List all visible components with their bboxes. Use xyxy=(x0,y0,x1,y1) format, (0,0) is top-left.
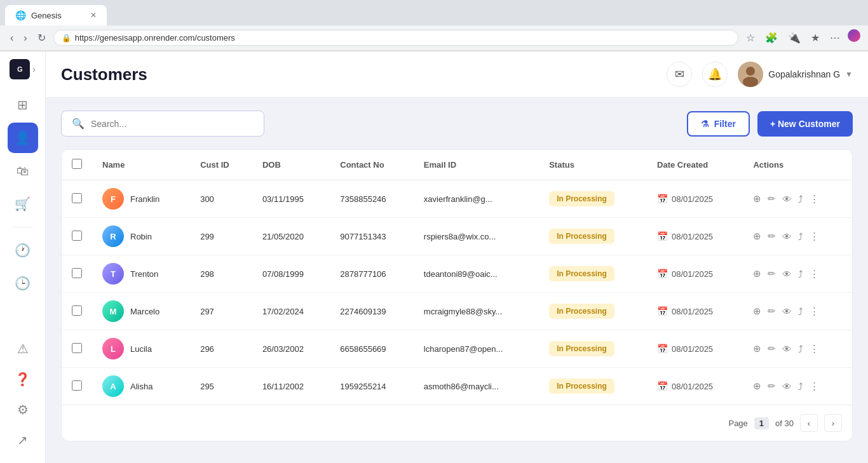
date-value: 08/01/2025 xyxy=(672,194,713,204)
forward-button[interactable]: › xyxy=(21,30,29,46)
search-icon: 🔍 xyxy=(72,117,85,130)
action-icons: ⊕ ✏ 👁 ⤴ ⋮ xyxy=(753,268,842,279)
more-action-icon[interactable]: ⋮ xyxy=(810,268,819,279)
star-icon[interactable]: ☆ xyxy=(743,29,757,46)
row-cust-id: 296 xyxy=(190,330,252,368)
more-action-icon[interactable]: ⋮ xyxy=(810,380,819,392)
share-action-icon[interactable]: ⤴ xyxy=(798,269,803,279)
sidebar-item-orders[interactable]: 🛍 xyxy=(8,156,38,186)
sidebar-item-alerts[interactable]: ⚠ xyxy=(8,333,38,364)
current-page: 1 xyxy=(754,417,769,429)
puzzle-icon[interactable]: 🔌 xyxy=(785,29,803,46)
next-page-button[interactable]: › xyxy=(824,414,842,432)
menu-icon[interactable]: ⋯ xyxy=(827,29,843,46)
view-action-icon[interactable]: 👁 xyxy=(782,231,792,242)
add-action-icon[interactable]: ⊕ xyxy=(753,380,761,392)
view-action-icon[interactable]: 👁 xyxy=(782,306,792,317)
url-box[interactable]: 🔒 https://genesisapp.onrender.com/custom… xyxy=(53,30,738,46)
row-contact: 2274609139 xyxy=(330,293,414,330)
share-action-icon[interactable]: ⤴ xyxy=(798,306,803,317)
reload-button[interactable]: ↻ xyxy=(35,29,48,46)
notifications-button[interactable]: 🔔 xyxy=(702,62,728,87)
add-action-icon[interactable]: ⊕ xyxy=(753,343,761,354)
edit-action-icon[interactable]: ✏ xyxy=(768,231,776,242)
add-action-icon[interactable]: ⊕ xyxy=(753,268,761,279)
chrome-user-avatar[interactable] xyxy=(848,29,860,42)
more-action-icon[interactable]: ⋮ xyxy=(810,193,819,205)
row-status: In Processing xyxy=(539,293,647,330)
add-action-icon[interactable]: ⊕ xyxy=(753,305,761,317)
row-checkbox-cell xyxy=(62,180,92,218)
row-date: 📅 08/01/2025 xyxy=(647,293,743,330)
share-action-icon[interactable]: ⤴ xyxy=(798,344,803,354)
edit-action-icon[interactable]: ✏ xyxy=(768,268,776,279)
back-button[interactable]: ‹ xyxy=(8,30,16,46)
cart-icon: 🛒 xyxy=(15,196,31,211)
tab-close-button[interactable]: ✕ xyxy=(90,11,97,20)
row-checkbox-3[interactable] xyxy=(72,305,82,316)
row-checkbox-cell xyxy=(62,293,92,330)
date-cell: 📅 08/01/2025 xyxy=(657,231,733,241)
row-actions: ⊕ ✏ 👁 ⤴ ⋮ xyxy=(743,255,852,293)
sidebar-item-dashboard[interactable]: ⊞ xyxy=(8,90,38,120)
date-cell: 📅 08/01/2025 xyxy=(657,344,733,354)
prev-page-button[interactable]: ‹ xyxy=(800,414,818,432)
mail-button[interactable]: ✉ xyxy=(667,62,692,87)
customer-cell: F Franklin xyxy=(102,188,180,210)
row-status: In Processing xyxy=(539,255,647,293)
active-tab[interactable]: 🌐 Genesis ✕ xyxy=(5,5,107,25)
filter-button[interactable]: ⚗ Filter xyxy=(687,111,750,137)
add-action-icon[interactable]: ⊕ xyxy=(753,231,761,242)
customer-cell: A Alisha xyxy=(102,375,180,397)
row-checkbox-0[interactable] xyxy=(72,193,82,203)
filter-label: Filter xyxy=(714,119,736,129)
favorites-icon[interactable]: ★ xyxy=(808,29,822,46)
row-checkbox-5[interactable] xyxy=(72,380,82,391)
more-action-icon[interactable]: ⋮ xyxy=(810,231,819,242)
share-action-icon[interactable]: ⤴ xyxy=(798,231,803,242)
search-box[interactable]: 🔍 xyxy=(61,111,264,137)
header-actions: ✉ 🔔 Gopalakrishnan G ▼ xyxy=(667,62,853,87)
tab-bar: 🌐 Genesis ✕ xyxy=(0,0,868,25)
row-checkbox-2[interactable] xyxy=(72,268,82,278)
row-cust-id: 300 xyxy=(190,180,252,218)
edit-action-icon[interactable]: ✏ xyxy=(768,343,776,354)
date-cell: 📅 08/01/2025 xyxy=(657,306,733,316)
sidebar-item-export[interactable]: ↗ xyxy=(8,425,38,455)
add-action-icon[interactable]: ⊕ xyxy=(753,193,761,205)
edit-action-icon[interactable]: ✏ xyxy=(768,305,776,317)
action-icons: ⊕ ✏ 👁 ⤴ ⋮ xyxy=(753,231,842,242)
calendar-icon: 📅 xyxy=(657,306,668,316)
edit-action-icon[interactable]: ✏ xyxy=(768,193,776,205)
new-customer-button[interactable]: + New Customer xyxy=(757,111,853,137)
sidebar-item-history[interactable]: 🕐 xyxy=(8,235,38,265)
user-info[interactable]: Gopalakrishnan G ▼ xyxy=(738,62,853,87)
row-date: 📅 08/01/2025 xyxy=(647,330,743,368)
page-label: Page xyxy=(728,419,747,428)
status-badge: In Processing xyxy=(549,266,614,281)
sidebar-item-help[interactable]: ❓ xyxy=(8,364,38,394)
sidebar-item-customers[interactable]: 👤 xyxy=(8,123,38,153)
view-action-icon[interactable]: 👁 xyxy=(782,194,792,205)
sidebar-item-cart[interactable]: 🛒 xyxy=(8,189,38,219)
sidebar-logo-area: G › xyxy=(10,59,36,79)
select-all-checkbox[interactable] xyxy=(72,159,82,169)
more-action-icon[interactable]: ⋮ xyxy=(810,305,819,317)
customers-icon: 👤 xyxy=(15,130,31,145)
view-action-icon[interactable]: 👁 xyxy=(782,344,792,354)
share-action-icon[interactable]: ⤴ xyxy=(798,381,803,392)
table-row: F Franklin 300 03/11/1995 7358855246 xav… xyxy=(62,180,852,218)
edit-action-icon[interactable]: ✏ xyxy=(768,380,776,392)
row-checkbox-4[interactable] xyxy=(72,343,82,353)
extension-icon[interactable]: 🧩 xyxy=(763,29,780,46)
view-action-icon[interactable]: 👁 xyxy=(782,269,792,279)
browser-toolbar: ☆ 🧩 🔌 ★ ⋯ xyxy=(743,29,860,46)
view-action-icon[interactable]: 👁 xyxy=(782,381,792,392)
search-input[interactable] xyxy=(91,119,254,129)
sidebar-item-schedule[interactable]: 🕒 xyxy=(8,268,38,299)
row-checkbox-1[interactable] xyxy=(72,231,82,241)
sidebar-item-settings[interactable]: ⚙ xyxy=(8,394,38,425)
more-action-icon[interactable]: ⋮ xyxy=(810,343,819,354)
share-action-icon[interactable]: ⤴ xyxy=(798,194,803,205)
sidebar-toggle-icon[interactable]: › xyxy=(32,64,36,74)
